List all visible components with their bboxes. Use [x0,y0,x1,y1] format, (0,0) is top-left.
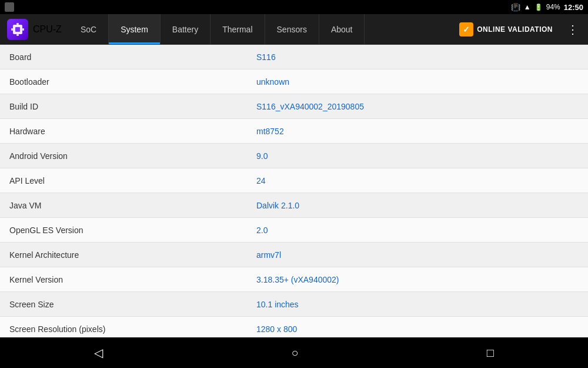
row-value: S116 [247,47,588,68]
status-bar: 📳 ▲ 🔋 94% 12:50 [0,0,588,14]
row-label: Kernel Version [0,269,247,290]
row-label: Hardware [0,121,247,142]
online-validation-button[interactable]: ✓ ONLINE VALIDATION [455,20,557,39]
table-row: Java VMDalvik 2.1.0 [0,193,588,218]
tab-soc[interactable]: SoC [69,14,109,44]
row-value: mt8752 [247,121,588,142]
recents-button[interactable]: □ [463,342,517,364]
wifi-icon: ▲ [524,3,531,11]
status-right-icons: 📳 ▲ 🔋 94% 12:50 [511,3,583,12]
row-value: 3.18.35+ (vXA940002) [247,269,588,290]
app-status-icon [5,2,14,12]
row-label: Build ID [0,96,247,117]
table-row: Build IDS116_vXA940002_20190805 [0,94,588,119]
tab-battery[interactable]: Battery [161,14,211,44]
app-logo: CPU-Z [0,19,69,40]
row-label: Bootloader [0,71,247,92]
info-table: BoardS116BootloaderunknownBuild IDS116_v… [0,45,588,337]
table-row: Screen Resolution (pixels)1280 x 800 [0,317,588,337]
nav-bar: CPU-Z SoC System Battery Thermal Sensors… [0,14,588,45]
row-label: Android Version [0,145,247,167]
tab-system[interactable]: System [109,14,161,44]
table-row: Kernel Version3.18.35+ (vXA940002) [0,267,588,292]
table-row: OpenGL ES Version2.0 [0,218,588,243]
content-area: BoardS116BootloaderunknownBuild IDS116_v… [0,45,588,337]
row-label: API Level [0,170,247,191]
table-row: Bootloaderunknown [0,69,588,94]
tab-about[interactable]: About [319,14,365,44]
row-label: Screen Size [0,294,247,315]
battery-icon: 🔋 [534,4,543,11]
bottom-nav: ◁ ○ □ [0,337,588,368]
app-title: CPU-Z [33,24,62,35]
row-value: unknown [247,71,588,92]
battery-percent: 94% [546,3,560,11]
tabs-container: SoC System Battery Thermal Sensors About [69,14,450,44]
svg-rect-5 [16,34,19,36]
table-row: Android Version9.0 [0,144,588,168]
home-button[interactable]: ○ [268,342,322,364]
app-logo-icon [7,19,28,40]
svg-rect-4 [16,23,19,25]
row-value: 9.0 [247,145,588,167]
row-value: 1280 x 800 [247,319,588,338]
table-row: API Level24 [0,168,588,193]
more-options-button[interactable]: ⋮ [562,20,583,39]
row-label: Screen Resolution (pixels) [0,319,247,338]
time-display: 12:50 [564,3,583,12]
row-value: 10.1 inches [247,294,588,315]
row-value: Dalvik 2.1.0 [247,195,588,216]
svg-rect-1 [15,27,20,32]
row-value: armv7l [247,244,588,266]
tab-sensors[interactable]: Sensors [265,14,319,44]
validation-label: ONLINE VALIDATION [477,25,553,34]
row-label: Java VM [0,195,247,216]
nav-right: ✓ ONLINE VALIDATION ⋮ [450,20,588,39]
validation-icon: ✓ [459,22,473,37]
row-value: S116_vXA940002_20190805 [247,96,588,117]
row-value: 24 [247,170,588,191]
row-label: OpenGL ES Version [0,220,247,241]
row-value: 2.0 [247,220,588,241]
svg-rect-3 [22,28,24,31]
table-row: Screen Size10.1 inches [0,292,588,317]
tab-thermal[interactable]: Thermal [211,14,265,44]
row-label: Board [0,47,247,68]
svg-rect-2 [11,28,13,31]
table-row: Kernel Architecturearmv7l [0,243,588,267]
vibrate-icon: 📳 [511,3,520,12]
status-left-icons [5,2,14,12]
table-row: Hardwaremt8752 [0,119,588,144]
table-row: BoardS116 [0,45,588,69]
back-button[interactable]: ◁ [71,341,126,364]
row-label: Kernel Architecture [0,244,247,266]
